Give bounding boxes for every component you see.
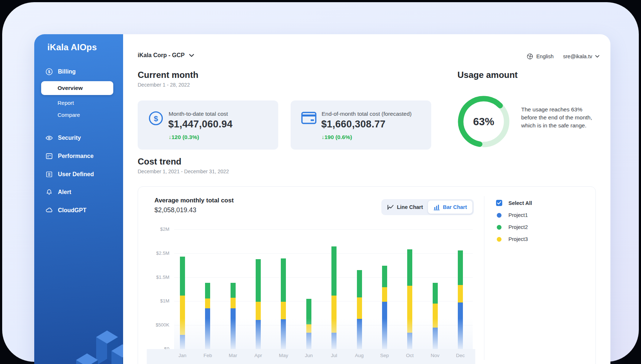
user-menu[interactable]: sre@ikala.tv (563, 54, 599, 59)
device-frame: iKala AIOps $ Billing Overview Report Co… (2, 2, 639, 362)
language-label: English (536, 54, 554, 59)
sidebar-item-label: CloudGPT (58, 207, 86, 214)
sidebar-item-user-defined[interactable]: User Defined (45, 170, 94, 179)
app-logo-title: iKala AIOps (47, 42, 97, 52)
legend-select-all[interactable]: Select All (496, 200, 532, 206)
legend-item-project2[interactable]: Project2 (496, 224, 532, 230)
dollar-circle-icon: $ (148, 111, 164, 126)
y-axis-tick: $2M (138, 226, 169, 232)
org-selector-label: iKala Corp - GCP (138, 52, 185, 59)
cost-trend-card: Average monthly total cost $2,058,019.43… (138, 186, 596, 364)
eye-icon (45, 134, 53, 142)
eom-cost-label: End-of-month total cost (forecasted) (322, 111, 412, 117)
bar-plot: $2M$2.5M$1.5M$1M$500K$0JanFebMarAprMayJu… (138, 187, 484, 364)
project3-dot (497, 237, 502, 242)
legend-item-project3[interactable]: Project3 (496, 236, 532, 242)
gridline (174, 229, 473, 230)
x-axis-tick: Sep (374, 353, 396, 358)
bar-segment-project2-dec (458, 250, 463, 285)
sidebar-item-label: Alert (58, 189, 71, 195)
x-axis-tick: Jul (323, 353, 345, 358)
bar-segment-project3-feb (205, 298, 210, 309)
sidebar: iKala AIOps $ Billing Overview Report Co… (34, 34, 123, 364)
gridline (174, 301, 473, 301)
gauge-panel-icon (45, 152, 53, 160)
current-month-date-range: December 1 - 28, 2022 (138, 82, 190, 88)
framed-list-icon (45, 170, 53, 178)
usage-title: Usage amount (457, 70, 518, 80)
sidebar-subitem-compare[interactable]: Compare (58, 112, 80, 118)
project1-dot (497, 213, 502, 218)
eom-cost-delta: ↓190 (0.6%) (322, 134, 352, 141)
gridline (174, 277, 473, 278)
cloud-icon (45, 206, 53, 214)
check-icon (497, 201, 501, 205)
sidebar-item-label: Security (58, 135, 81, 141)
bar-segment-project2-oct (407, 249, 412, 286)
select-all-checkbox[interactable] (496, 200, 502, 206)
x-axis-tick: Mar (222, 353, 244, 358)
credit-card-icon (301, 112, 316, 124)
gridline (174, 253, 473, 254)
sidebar-item-label: User Defined (58, 171, 94, 178)
bar-segment-project2-may (281, 258, 286, 301)
sidebar-item-label: Performance (58, 153, 94, 159)
language-selector[interactable]: English (527, 53, 554, 60)
eom-cost-value: $1,660,308.77 (321, 119, 386, 130)
user-email: sre@ikala.tv (563, 54, 592, 59)
bar-segment-project2-jul (331, 246, 337, 295)
sidebar-item-cloudgpt[interactable]: CloudGPT (45, 206, 86, 215)
cost-trend-title: Cost trend (138, 157, 181, 167)
bar-segment-project3-dec (458, 285, 463, 303)
chart-legend: Select All Project1 Project2 Project3 (496, 200, 532, 248)
current-month-title: Current month (138, 70, 198, 80)
mtd-cost-value: $1,447,060.94 (168, 119, 233, 130)
eom-cost-card: End-of-month total cost (forecasted) $1,… (291, 100, 431, 150)
bar-segment-project2-feb (205, 283, 210, 298)
cost-trend-date-range: December 1, 2021 - December 31, 2022 (138, 169, 229, 174)
y-axis-tick: $2.5M (138, 250, 169, 256)
sidebar-subitem-overview[interactable]: Overview (41, 81, 113, 95)
sidebar-subitem-report[interactable]: Report (58, 100, 74, 106)
bar-segment-project2-nov (433, 283, 438, 304)
svg-text:$: $ (48, 70, 50, 74)
bar-segment-project2-apr (256, 259, 261, 302)
sidebar-item-performance[interactable]: Performance (45, 151, 94, 161)
header-right: English sre@ikala.tv (527, 53, 599, 60)
bar-segment-project3-sep (382, 287, 387, 301)
x-axis-tick: Jun (298, 353, 320, 358)
bar-segment-project2-sep (382, 266, 387, 287)
x-axis-tick: Apr (247, 353, 269, 358)
usage-description: The usage reaches 63% before the end of … (521, 106, 592, 130)
bell-icon (45, 188, 53, 196)
svg-text:$: $ (154, 114, 158, 123)
sidebar-item-billing[interactable]: $ Billing (45, 67, 76, 76)
plot-bottom-haze (174, 318, 473, 349)
bar-segment-project3-mar (231, 298, 236, 308)
x-axis-tick: Dec (449, 353, 471, 358)
mtd-cost-delta: ↓120 (0.3%) (169, 134, 199, 141)
project2-dot (497, 225, 502, 230)
bar-segment-project3-may (281, 302, 286, 320)
bar-segment-project2-jan (180, 257, 185, 296)
x-axis-tick: Nov (424, 353, 446, 358)
mtd-cost-card: $ Month-to-date total cost $1,447,060.94… (138, 100, 278, 150)
sidebar-item-label: Billing (58, 68, 76, 75)
y-axis-tick: $1M (138, 298, 169, 304)
sidebar-item-security[interactable]: Security (45, 133, 81, 143)
decorative-cubes (34, 304, 123, 364)
bar-segment-project2-mar (231, 283, 236, 298)
usage-donut: 63% (454, 92, 514, 151)
legend-item-project1[interactable]: Project1 (496, 212, 532, 218)
y-axis-tick: $1.5M (138, 274, 169, 280)
bar-segment-project3-apr (256, 302, 261, 320)
x-axis-tick: Aug (349, 353, 370, 358)
x-axis-tick: Feb (197, 353, 219, 358)
y-axis-tick: $500K (138, 322, 169, 328)
org-selector[interactable]: iKala Corp - GCP (138, 52, 194, 59)
card-divider (484, 196, 484, 360)
bar-segment-project2-aug (357, 270, 362, 297)
sidebar-item-alert[interactable]: Alert (45, 187, 71, 197)
x-axis-tick: Jan (172, 353, 193, 358)
app-window: iKala AIOps $ Billing Overview Report Co… (34, 34, 610, 364)
